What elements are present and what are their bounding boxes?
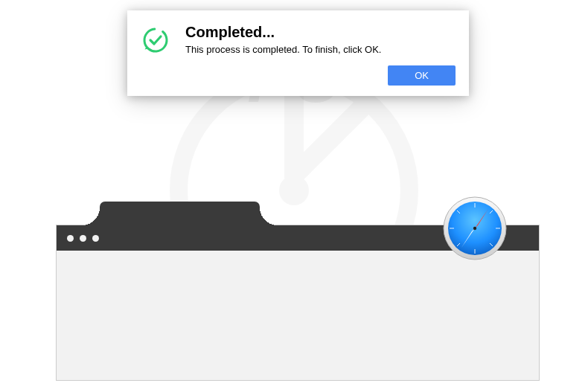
dialog-title: Completed... [185,24,456,41]
checkmark-icon [142,27,169,54]
dialog-overlay: Completed... This process is completed. … [0,0,588,383]
ok-button[interactable]: OK [388,65,456,86]
svg-point-19 [142,27,169,54]
dialog-message: This process is completed. To finish, cl… [185,44,456,55]
completed-dialog: Completed... This process is completed. … [127,10,469,96]
